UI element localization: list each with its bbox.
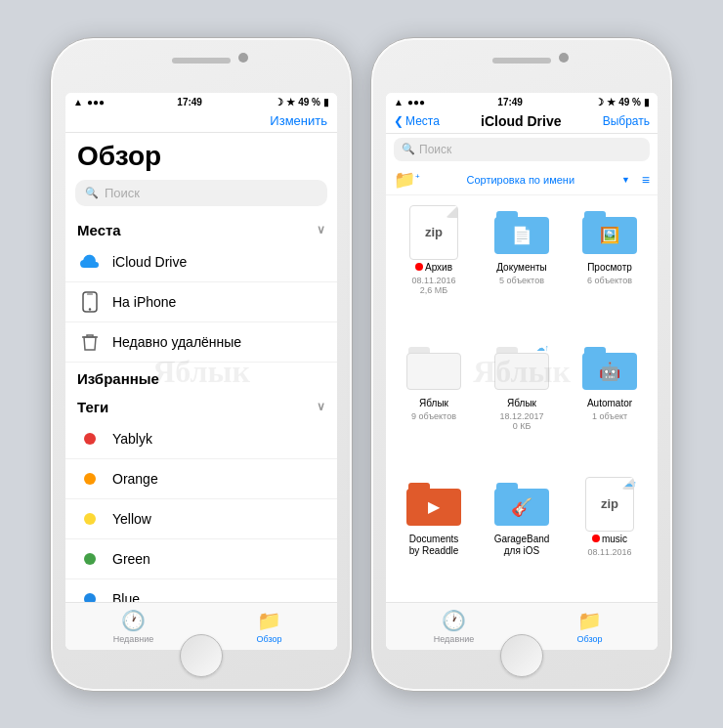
file-automator[interactable]: 🤖 Automator 1 объект xyxy=(568,337,652,469)
recent-icon-1: 🕐 xyxy=(121,609,146,632)
signal-icon: ●●● xyxy=(87,97,105,107)
file-yablyk1[interactable]: Яблык 9 объектов xyxy=(392,337,476,469)
cloud-icon xyxy=(77,249,103,275)
file-archive[interactable]: zip Архив 08.11.20162,6 МБ xyxy=(392,201,476,333)
tag-green-label: Green xyxy=(112,551,150,567)
file-preview[interactable]: 🖼️ Просмотр 6 объектов xyxy=(568,201,652,333)
moon-icon: ☽ xyxy=(275,97,283,107)
back-button[interactable]: ❮ Места xyxy=(394,114,440,128)
home-button-2[interactable] xyxy=(500,634,543,677)
status-left-2: ▲ ●●● xyxy=(394,97,425,107)
status-right: ☽ ★ 49 % ▮ xyxy=(275,97,329,107)
red-dot-archive xyxy=(415,263,423,271)
tag-yablyk-label: Yablyk xyxy=(112,431,152,447)
tag-orange[interactable]: Orange xyxy=(65,459,337,499)
tags-header: Теги ∨ xyxy=(65,391,337,419)
tag-green[interactable]: Green xyxy=(65,539,337,579)
page-title: Обзор xyxy=(65,133,337,178)
tag-blue-dot xyxy=(77,586,103,602)
speaker xyxy=(172,58,231,64)
tab-recent-2[interactable]: 🕐 Недавние xyxy=(386,607,522,646)
wifi-icon-2: ▲ xyxy=(394,97,404,107)
folder-icon-readdle: ▶ xyxy=(406,483,461,526)
search-placeholder-2: Поиск xyxy=(419,143,451,156)
tag-yellow[interactable]: Yellow xyxy=(65,499,337,539)
recently-deleted-label: Недавно удалённые xyxy=(112,334,241,350)
yablyk1-icon-wrap xyxy=(404,341,463,396)
iphone-icon xyxy=(77,289,103,315)
file-music[interactable]: zip ☁↑ music 08.11.2016 xyxy=(568,473,652,596)
wifi-icon: ▲ xyxy=(73,97,83,107)
file-readdle[interactable]: ▶ Documentsby Readdle xyxy=(392,473,476,596)
time-display-2: 17:49 xyxy=(497,97,523,107)
svg-rect-1 xyxy=(87,293,93,294)
readdle-icon-wrap: ▶ xyxy=(404,477,463,532)
search-icon-1: 🔍 xyxy=(85,187,99,199)
browse-icon-2: 📁 xyxy=(577,609,602,632)
tags-title: Теги xyxy=(77,399,108,415)
music-name: music xyxy=(592,534,627,545)
phone-1: ▲ ●●● 17:49 ☽ ★ 49 % ▮ Изменить Обзор xyxy=(50,37,353,692)
sort-label[interactable]: Сортировка по имени xyxy=(426,174,616,186)
favorites-title: Избранные xyxy=(77,370,159,387)
cloud-upload-music: ☁↑ xyxy=(624,479,638,489)
status-left: ▲ ●●● xyxy=(73,97,105,107)
select-button[interactable]: Выбрать xyxy=(603,114,650,128)
search-placeholder-1: Поиск xyxy=(105,186,140,200)
music-icon-wrap: zip ☁↑ xyxy=(580,477,639,532)
documents-name: Документы xyxy=(496,262,547,274)
add-folder-icon[interactable]: 📁+ xyxy=(394,169,420,191)
browse-icon-1: 📁 xyxy=(257,609,281,632)
status-bar-1: ▲ ●●● 17:49 ☽ ★ 49 % ▮ xyxy=(65,93,337,109)
yablyk1-meta: 9 объектов xyxy=(411,411,456,422)
automator-icon-wrap: 🤖 xyxy=(580,341,639,396)
garageband-name: GarageBandдля iOS xyxy=(494,534,550,557)
status-bar-2: ▲ ●●● 17:49 ☽ ★ 49 % ▮ xyxy=(386,93,658,109)
file-garageband[interactable]: 🎸 GarageBandдля iOS xyxy=(480,473,564,596)
tab-browse-1[interactable]: 📁 Обзор xyxy=(201,607,337,646)
documents-meta: 5 объектов xyxy=(499,276,544,286)
bluetooth-icon-2: ★ xyxy=(607,97,616,107)
phone-1-screen: ▲ ●●● 17:49 ☽ ★ 49 % ▮ Изменить Обзор xyxy=(65,93,337,650)
places-chevron: ∨ xyxy=(317,223,325,236)
icloud-toolbar: 📁+ Сортировка по имени ▼ ≡ xyxy=(386,165,658,195)
battery-text-2: 49 % xyxy=(618,97,641,107)
recently-deleted-item[interactable]: Недавно удалённые xyxy=(65,322,337,363)
tab-recent-1[interactable]: 🕐 Недавние xyxy=(65,607,201,646)
documents-icon-wrap: 📄 xyxy=(492,205,551,260)
tag-orange-dot xyxy=(77,466,103,492)
tag-orange-label: Orange xyxy=(112,471,158,487)
battery-text: 49 % xyxy=(298,97,320,107)
icloud-drive-item[interactable]: iCloud Drive xyxy=(65,242,337,282)
file-yablyk2[interactable]: ☁↑ Яблык 18.12.20170 КБ xyxy=(480,337,564,469)
on-iphone-item[interactable]: На iPhone xyxy=(65,282,337,322)
camera xyxy=(238,53,248,63)
yablyk2-meta: 18.12.20170 КБ xyxy=(499,411,543,433)
tag-blue[interactable]: Blue xyxy=(65,579,337,602)
folder-icon-garageband: 🎸 xyxy=(494,483,549,526)
automator-name: Automator xyxy=(587,398,632,409)
nav-bar-1: Изменить xyxy=(65,109,337,133)
recent-icon-2: 🕐 xyxy=(442,609,466,632)
places-header: Места ∨ xyxy=(65,214,337,242)
preview-meta: 6 объектов xyxy=(587,276,632,286)
home-button-1[interactable] xyxy=(180,634,223,677)
yablyk2-name: Яблык xyxy=(507,398,536,409)
on-iphone-label: На iPhone xyxy=(112,294,176,310)
preview-icon-wrap: 🖼️ xyxy=(580,205,639,260)
tab-browse-2[interactable]: 📁 Обзор xyxy=(522,607,658,646)
archive-name: Архив xyxy=(415,262,452,274)
search-bar-1[interactable]: 🔍 Поиск xyxy=(75,180,327,206)
garageband-icon-wrap: 🎸 xyxy=(492,477,551,532)
trash-icon xyxy=(77,329,103,355)
music-meta: 08.11.2016 xyxy=(587,547,631,558)
phone-2: ▲ ●●● 17:49 ☽ ★ 49 % ▮ ❮ Места iCloud Dr… xyxy=(370,37,673,692)
list-view-icon[interactable]: ≡ xyxy=(642,172,650,188)
search-icon-2: 🔍 xyxy=(402,143,415,155)
search-bar-2[interactable]: 🔍 Поиск xyxy=(394,138,650,161)
change-button[interactable]: Изменить xyxy=(270,113,327,128)
files-grid: zip Архив 08.11.20162,6 МБ 📄 xyxy=(386,195,658,602)
browse-label-1: Обзор xyxy=(257,634,282,644)
tag-yablyk[interactable]: Yablyk xyxy=(65,419,337,459)
file-documents[interactable]: 📄 Документы 5 объектов xyxy=(480,201,564,333)
